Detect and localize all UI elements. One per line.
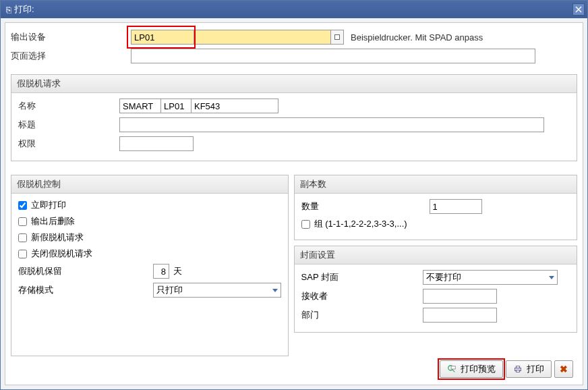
title-input[interactable]: [119, 117, 544, 132]
group-checkbox[interactable]: [301, 220, 310, 229]
close-spool-request-label: 关闭假脱机请求: [31, 248, 92, 260]
department-label: 部门: [301, 309, 423, 321]
page-select-input[interactable]: [131, 49, 535, 63]
print-label: 打印: [527, 363, 544, 375]
copies-title: 副本数: [295, 175, 577, 194]
retention-unit: 天: [173, 265, 182, 277]
window-icon: ⎘: [6, 5, 11, 15]
print-immediately-label: 立即打印: [31, 199, 66, 211]
name-part2[interactable]: [160, 99, 192, 113]
storage-mode-label: 存储模式: [18, 284, 153, 296]
sap-cover-select[interactable]: 不要打印: [423, 270, 558, 285]
titlebar: ⎘ 打印:: [1, 1, 587, 18]
print-immediately-checkbox[interactable]: [18, 201, 27, 210]
retention-label: 假脱机保留: [18, 265, 153, 277]
close-icon: [575, 6, 582, 13]
storage-mode-value: 只打印: [156, 284, 183, 296]
name-part3[interactable]: [191, 99, 278, 113]
print-icon: [513, 364, 523, 374]
count-input[interactable]: [430, 199, 482, 214]
cancel-icon: ✖: [560, 364, 568, 374]
spool-control-title: 假脱机控制: [11, 175, 288, 194]
copies-group: 副本数 数量 组 (1-1-1,2-2-2,3-3-3,...): [294, 175, 577, 240]
value-help-button[interactable]: [330, 30, 344, 45]
storage-mode-select[interactable]: 只打印: [153, 283, 281, 298]
title-field-label: 标题: [18, 119, 119, 131]
page-select-label: 页面选择: [11, 50, 112, 62]
print-dialog: ⎘ 打印: 输出设备 Beispieldrucker. Mit SPAD anp…: [0, 0, 588, 390]
window-title: 打印:: [14, 3, 34, 16]
preview-icon: [447, 364, 457, 374]
sap-cover-value: 不要打印: [426, 271, 461, 283]
department-input[interactable]: [423, 308, 497, 323]
delete-after-output-label: 输出后删除: [31, 215, 75, 227]
chevron-down-icon: [272, 289, 278, 292]
close-spool-request-checkbox[interactable]: [18, 250, 27, 258]
output-device-input[interactable]: [131, 30, 194, 45]
cover-title: 封面设置: [295, 246, 577, 264]
close-button[interactable]: [572, 3, 585, 16]
print-preview-button[interactable]: 打印预览: [440, 360, 503, 378]
output-device-desc: Beispieldrucker. Mit SPAD anpass: [351, 32, 483, 43]
spool-request-group: 假脱机请求 名称 标题 权限: [11, 74, 577, 161]
chevron-down-icon: [549, 276, 554, 279]
name-label: 名称: [18, 100, 119, 112]
footer: 打印预览 打印 ✖: [11, 356, 577, 379]
recipient-input[interactable]: [423, 289, 497, 304]
new-spool-request-label: 新假脱机请求: [31, 231, 84, 244]
recipient-label: 接收者: [301, 290, 423, 302]
delete-after-output-checkbox[interactable]: [18, 217, 27, 226]
auth-label: 权限: [18, 138, 119, 150]
output-device-ext[interactable]: [194, 30, 331, 45]
svg-rect-1: [451, 366, 455, 369]
cover-group: 封面设置 SAP 封面 不要打印 接收者: [294, 246, 577, 333]
name-part1[interactable]: [119, 99, 161, 113]
group-label: 组 (1-1-1,2-2-2,3-3-3,...): [314, 218, 407, 230]
auth-input[interactable]: [119, 136, 194, 151]
print-button[interactable]: 打印: [506, 360, 552, 378]
spool-control-group: 假脱机控制 立即打印 输出后删除: [11, 175, 289, 356]
value-help-icon: [334, 34, 340, 40]
cancel-button[interactable]: ✖: [554, 360, 573, 378]
print-preview-label: 打印预览: [461, 363, 496, 375]
output-device-label: 输出设备: [11, 31, 112, 43]
retention-input[interactable]: [153, 264, 169, 279]
spool-request-title: 假脱机请求: [11, 75, 577, 93]
new-spool-request-checkbox[interactable]: [18, 233, 27, 242]
count-label: 数量: [301, 200, 430, 213]
sap-cover-label: SAP 封面: [301, 271, 423, 283]
svg-rect-3: [516, 366, 519, 368]
svg-rect-4: [516, 370, 519, 372]
